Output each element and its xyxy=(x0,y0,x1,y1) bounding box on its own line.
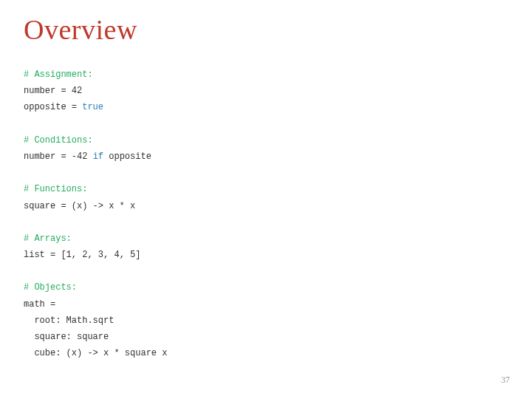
blank-line xyxy=(24,217,29,228)
comment-functions: # Functions: xyxy=(24,184,87,194)
code-text: number = - xyxy=(24,151,77,162)
code-block: # Assignment: number = 42 opposite = tru… xyxy=(24,66,532,361)
code-text: square = (x) -> x * x xyxy=(24,201,135,211)
code-keyword: if xyxy=(93,151,103,162)
code-text: root: Math.sqrt xyxy=(24,316,114,326)
code-text: math = xyxy=(24,299,55,310)
code-text: , xyxy=(72,250,82,260)
comment-objects: # Objects: xyxy=(24,282,77,293)
code-text: number xyxy=(24,86,55,96)
blank-line xyxy=(24,168,29,178)
code-text: cube: (x) -> x * square x xyxy=(24,348,167,358)
page-title: Overview xyxy=(24,13,532,46)
code-text: , xyxy=(103,250,114,260)
code-text: ] xyxy=(135,250,140,260)
code-text: , xyxy=(120,250,130,260)
code-text: opposite xyxy=(103,151,151,162)
comment-assignment: # Assignment: xyxy=(24,69,93,80)
code-text: 4 xyxy=(114,250,119,260)
code-text: list = [ xyxy=(24,250,66,260)
code-text: , xyxy=(87,250,98,260)
code-text: 42 xyxy=(72,86,82,96)
page-number: 37 xyxy=(501,375,510,386)
code-text xyxy=(87,151,92,162)
code-text: 42 xyxy=(77,151,87,162)
comment-conditions: # Conditions: xyxy=(24,135,93,146)
code-text: 3 xyxy=(98,250,103,260)
comment-arrays: # Arrays: xyxy=(24,233,72,244)
code-text: 1 xyxy=(66,250,72,260)
blank-line xyxy=(24,266,29,276)
blank-line xyxy=(24,119,29,129)
code-text: square: square xyxy=(24,332,109,342)
code-text: = xyxy=(55,86,72,96)
code-keyword: true xyxy=(82,102,103,112)
code-text: opposite = xyxy=(24,102,82,112)
